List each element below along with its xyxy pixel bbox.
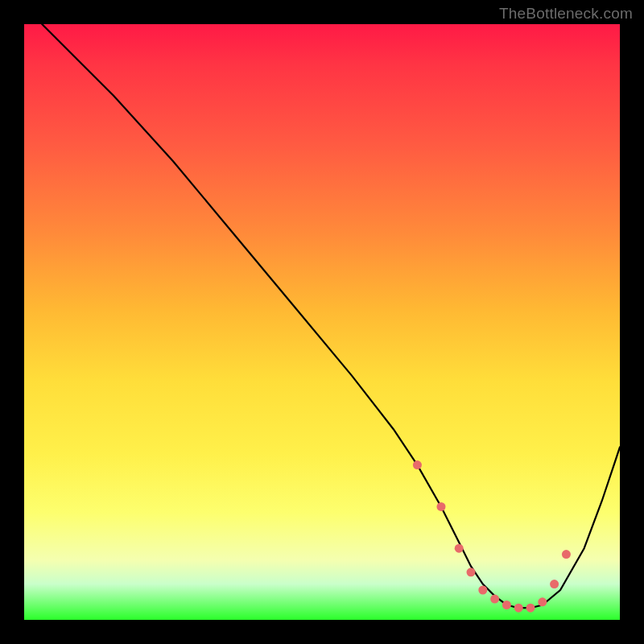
highlight-dot [455, 544, 464, 553]
watermark-label: TheBottleneck.com [499, 5, 633, 23]
highlight-dots-group [413, 460, 571, 613]
highlight-dot [514, 604, 523, 613]
highlight-dot [413, 460, 422, 469]
highlight-dot [478, 586, 487, 595]
highlight-dot [490, 595, 499, 604]
highlight-dot [467, 568, 476, 576]
highlight-dot [550, 580, 559, 588]
highlight-dot [538, 597, 547, 606]
plot-area [24, 24, 620, 620]
chart-svg [24, 24, 620, 620]
chart-frame: TheBottleneck.com [0, 0, 644, 644]
highlight-dot [502, 601, 511, 609]
highlight-dot [526, 604, 535, 613]
bottleneck-curve-path [42, 24, 620, 608]
highlight-dot [437, 502, 446, 511]
highlight-dot [562, 550, 571, 559]
